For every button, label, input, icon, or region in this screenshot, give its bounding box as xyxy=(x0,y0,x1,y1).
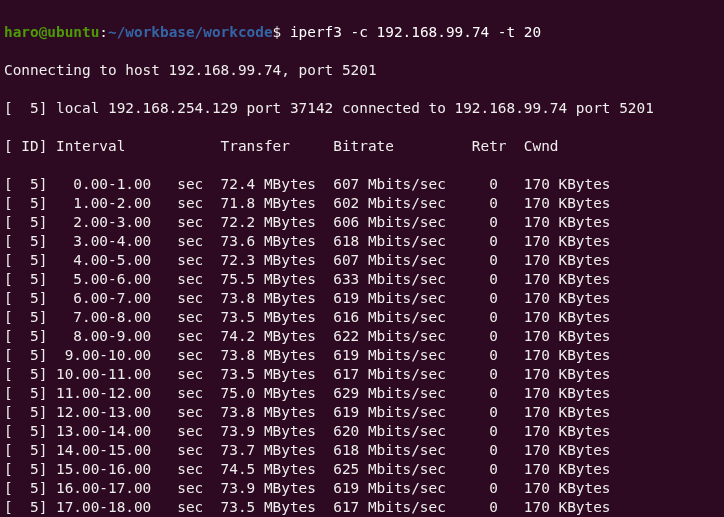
prompt-user-host: haro@ubuntu xyxy=(4,24,99,40)
interval-row: [ 5] 17.00-18.00 sec 73.5 MBytes 617 Mbi… xyxy=(4,498,720,517)
header-line: [ ID] Interval Transfer Bitrate Retr Cwn… xyxy=(4,137,720,156)
prompt-path: ~/workbase/workcode xyxy=(108,24,273,40)
interval-row: [ 5] 8.00-9.00 sec 74.2 MBytes 622 Mbits… xyxy=(4,327,720,346)
terminal-output: haro@ubuntu:~/workbase/workcode$ iperf3 … xyxy=(0,0,724,517)
interval-row: [ 5] 15.00-16.00 sec 74.5 MBytes 625 Mbi… xyxy=(4,460,720,479)
prompt-symbol: $ xyxy=(273,24,290,40)
prompt-colon: : xyxy=(99,24,108,40)
interval-row: [ 5] 14.00-15.00 sec 73.7 MBytes 618 Mbi… xyxy=(4,441,720,460)
interval-row: [ 5] 6.00-7.00 sec 73.8 MBytes 619 Mbits… xyxy=(4,289,720,308)
interval-row: [ 5] 13.00-14.00 sec 73.9 MBytes 620 Mbi… xyxy=(4,422,720,441)
interval-row: [ 5] 16.00-17.00 sec 73.9 MBytes 619 Mbi… xyxy=(4,479,720,498)
interval-row: [ 5] 1.00-2.00 sec 71.8 MBytes 602 Mbits… xyxy=(4,194,720,213)
local-line: [ 5] local 192.168.254.129 port 37142 co… xyxy=(4,99,720,118)
interval-row: [ 5] 12.00-13.00 sec 73.8 MBytes 619 Mbi… xyxy=(4,403,720,422)
connecting-line: Connecting to host 192.168.99.74, port 5… xyxy=(4,61,720,80)
prompt-line[interactable]: haro@ubuntu:~/workbase/workcode$ iperf3 … xyxy=(4,23,720,42)
interval-row: [ 5] 3.00-4.00 sec 73.6 MBytes 618 Mbits… xyxy=(4,232,720,251)
interval-row: [ 5] 0.00-1.00 sec 72.4 MBytes 607 Mbits… xyxy=(4,175,720,194)
interval-row: [ 5] 9.00-10.00 sec 73.8 MBytes 619 Mbit… xyxy=(4,346,720,365)
interval-row: [ 5] 4.00-5.00 sec 72.3 MBytes 607 Mbits… xyxy=(4,251,720,270)
interval-row: [ 5] 10.00-11.00 sec 73.5 MBytes 617 Mbi… xyxy=(4,365,720,384)
interval-row: [ 5] 11.00-12.00 sec 75.0 MBytes 629 Mbi… xyxy=(4,384,720,403)
command-input[interactable]: iperf3 -c 192.168.99.74 -t 20 xyxy=(290,24,541,40)
interval-row: [ 5] 7.00-8.00 sec 73.5 MBytes 616 Mbits… xyxy=(4,308,720,327)
interval-row: [ 5] 5.00-6.00 sec 75.5 MBytes 633 Mbits… xyxy=(4,270,720,289)
interval-row: [ 5] 2.00-3.00 sec 72.2 MBytes 606 Mbits… xyxy=(4,213,720,232)
